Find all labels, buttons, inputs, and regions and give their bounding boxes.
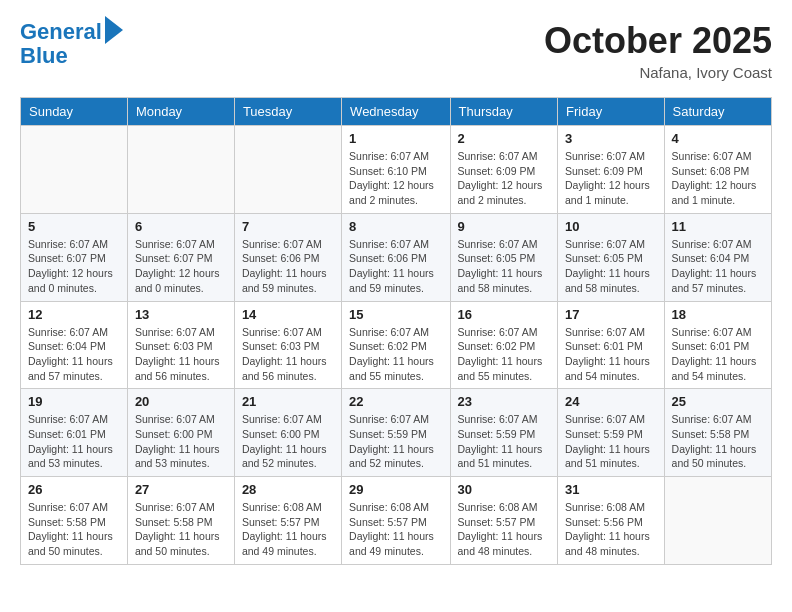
calendar-cell: 2Sunrise: 6:07 AMSunset: 6:09 PMDaylight…	[450, 126, 558, 214]
day-number: 3	[565, 131, 657, 146]
day-info: Sunrise: 6:07 AMSunset: 6:04 PMDaylight:…	[672, 237, 764, 296]
day-number: 18	[672, 307, 764, 322]
day-number: 29	[349, 482, 442, 497]
day-info: Sunrise: 6:07 AMSunset: 6:10 PMDaylight:…	[349, 149, 442, 208]
day-number: 14	[242, 307, 334, 322]
day-number: 1	[349, 131, 442, 146]
day-info: Sunrise: 6:07 AMSunset: 6:03 PMDaylight:…	[242, 325, 334, 384]
calendar-cell: 27Sunrise: 6:07 AMSunset: 5:58 PMDayligh…	[127, 477, 234, 565]
calendar-week-row: 19Sunrise: 6:07 AMSunset: 6:01 PMDayligh…	[21, 389, 772, 477]
logo-blue-text: Blue	[20, 44, 123, 68]
day-info: Sunrise: 6:07 AMSunset: 6:06 PMDaylight:…	[242, 237, 334, 296]
day-info: Sunrise: 6:08 AMSunset: 5:56 PMDaylight:…	[565, 500, 657, 559]
day-number: 13	[135, 307, 227, 322]
day-number: 2	[458, 131, 551, 146]
day-number: 30	[458, 482, 551, 497]
day-number: 12	[28, 307, 120, 322]
day-info: Sunrise: 6:07 AMSunset: 6:06 PMDaylight:…	[349, 237, 442, 296]
day-number: 20	[135, 394, 227, 409]
day-number: 24	[565, 394, 657, 409]
calendar-cell: 10Sunrise: 6:07 AMSunset: 6:05 PMDayligh…	[558, 213, 665, 301]
calendar-week-row: 26Sunrise: 6:07 AMSunset: 5:58 PMDayligh…	[21, 477, 772, 565]
day-number: 28	[242, 482, 334, 497]
day-number: 25	[672, 394, 764, 409]
calendar-cell	[234, 126, 341, 214]
calendar-cell: 12Sunrise: 6:07 AMSunset: 6:04 PMDayligh…	[21, 301, 128, 389]
calendar-cell: 29Sunrise: 6:08 AMSunset: 5:57 PMDayligh…	[342, 477, 450, 565]
calendar-cell: 28Sunrise: 6:08 AMSunset: 5:57 PMDayligh…	[234, 477, 341, 565]
calendar-cell: 4Sunrise: 6:07 AMSunset: 6:08 PMDaylight…	[664, 126, 771, 214]
day-info: Sunrise: 6:07 AMSunset: 6:05 PMDaylight:…	[565, 237, 657, 296]
calendar-cell: 17Sunrise: 6:07 AMSunset: 6:01 PMDayligh…	[558, 301, 665, 389]
day-number: 27	[135, 482, 227, 497]
weekday-header: Friday	[558, 98, 665, 126]
calendar-cell: 11Sunrise: 6:07 AMSunset: 6:04 PMDayligh…	[664, 213, 771, 301]
day-info: Sunrise: 6:07 AMSunset: 5:58 PMDaylight:…	[135, 500, 227, 559]
logo-arrow-icon	[105, 16, 123, 44]
calendar-week-row: 5Sunrise: 6:07 AMSunset: 6:07 PMDaylight…	[21, 213, 772, 301]
logo: General Blue	[20, 20, 123, 68]
day-info: Sunrise: 6:07 AMSunset: 6:08 PMDaylight:…	[672, 149, 764, 208]
day-info: Sunrise: 6:07 AMSunset: 6:00 PMDaylight:…	[242, 412, 334, 471]
day-number: 23	[458, 394, 551, 409]
day-number: 16	[458, 307, 551, 322]
calendar-cell: 22Sunrise: 6:07 AMSunset: 5:59 PMDayligh…	[342, 389, 450, 477]
day-info: Sunrise: 6:07 AMSunset: 6:00 PMDaylight:…	[135, 412, 227, 471]
day-info: Sunrise: 6:07 AMSunset: 6:01 PMDaylight:…	[672, 325, 764, 384]
weekday-header: Thursday	[450, 98, 558, 126]
weekday-header: Saturday	[664, 98, 771, 126]
title-area: October 2025 Nafana, Ivory Coast	[544, 20, 772, 81]
day-number: 19	[28, 394, 120, 409]
calendar-cell: 19Sunrise: 6:07 AMSunset: 6:01 PMDayligh…	[21, 389, 128, 477]
calendar-table: SundayMondayTuesdayWednesdayThursdayFrid…	[20, 97, 772, 565]
calendar-cell: 24Sunrise: 6:07 AMSunset: 5:59 PMDayligh…	[558, 389, 665, 477]
day-number: 21	[242, 394, 334, 409]
day-info: Sunrise: 6:07 AMSunset: 6:07 PMDaylight:…	[28, 237, 120, 296]
day-number: 6	[135, 219, 227, 234]
day-info: Sunrise: 6:07 AMSunset: 5:58 PMDaylight:…	[672, 412, 764, 471]
day-number: 9	[458, 219, 551, 234]
day-number: 10	[565, 219, 657, 234]
day-info: Sunrise: 6:07 AMSunset: 5:58 PMDaylight:…	[28, 500, 120, 559]
day-number: 4	[672, 131, 764, 146]
calendar-cell: 14Sunrise: 6:07 AMSunset: 6:03 PMDayligh…	[234, 301, 341, 389]
calendar-cell: 30Sunrise: 6:08 AMSunset: 5:57 PMDayligh…	[450, 477, 558, 565]
logo-text: General	[20, 20, 102, 44]
day-info: Sunrise: 6:07 AMSunset: 6:01 PMDaylight:…	[565, 325, 657, 384]
calendar-cell: 5Sunrise: 6:07 AMSunset: 6:07 PMDaylight…	[21, 213, 128, 301]
weekday-header: Tuesday	[234, 98, 341, 126]
calendar-header-row: SundayMondayTuesdayWednesdayThursdayFrid…	[21, 98, 772, 126]
day-info: Sunrise: 6:07 AMSunset: 6:02 PMDaylight:…	[458, 325, 551, 384]
day-info: Sunrise: 6:07 AMSunset: 5:59 PMDaylight:…	[458, 412, 551, 471]
calendar-cell: 31Sunrise: 6:08 AMSunset: 5:56 PMDayligh…	[558, 477, 665, 565]
calendar-cell: 25Sunrise: 6:07 AMSunset: 5:58 PMDayligh…	[664, 389, 771, 477]
day-number: 7	[242, 219, 334, 234]
calendar-cell: 15Sunrise: 6:07 AMSunset: 6:02 PMDayligh…	[342, 301, 450, 389]
calendar-cell	[127, 126, 234, 214]
calendar-cell: 26Sunrise: 6:07 AMSunset: 5:58 PMDayligh…	[21, 477, 128, 565]
day-info: Sunrise: 6:08 AMSunset: 5:57 PMDaylight:…	[458, 500, 551, 559]
calendar-week-row: 12Sunrise: 6:07 AMSunset: 6:04 PMDayligh…	[21, 301, 772, 389]
calendar-cell: 1Sunrise: 6:07 AMSunset: 6:10 PMDaylight…	[342, 126, 450, 214]
day-info: Sunrise: 6:07 AMSunset: 6:07 PMDaylight:…	[135, 237, 227, 296]
calendar-cell: 3Sunrise: 6:07 AMSunset: 6:09 PMDaylight…	[558, 126, 665, 214]
weekday-header: Wednesday	[342, 98, 450, 126]
location-subtitle: Nafana, Ivory Coast	[544, 64, 772, 81]
day-number: 11	[672, 219, 764, 234]
page-header: General Blue October 2025 Nafana, Ivory …	[20, 20, 772, 81]
day-info: Sunrise: 6:07 AMSunset: 6:09 PMDaylight:…	[565, 149, 657, 208]
day-info: Sunrise: 6:07 AMSunset: 5:59 PMDaylight:…	[349, 412, 442, 471]
calendar-cell: 13Sunrise: 6:07 AMSunset: 6:03 PMDayligh…	[127, 301, 234, 389]
day-info: Sunrise: 6:08 AMSunset: 5:57 PMDaylight:…	[242, 500, 334, 559]
day-number: 26	[28, 482, 120, 497]
calendar-cell: 20Sunrise: 6:07 AMSunset: 6:00 PMDayligh…	[127, 389, 234, 477]
calendar-week-row: 1Sunrise: 6:07 AMSunset: 6:10 PMDaylight…	[21, 126, 772, 214]
day-number: 17	[565, 307, 657, 322]
calendar-cell: 16Sunrise: 6:07 AMSunset: 6:02 PMDayligh…	[450, 301, 558, 389]
calendar-cell: 9Sunrise: 6:07 AMSunset: 6:05 PMDaylight…	[450, 213, 558, 301]
day-info: Sunrise: 6:07 AMSunset: 6:05 PMDaylight:…	[458, 237, 551, 296]
day-info: Sunrise: 6:07 AMSunset: 6:09 PMDaylight:…	[458, 149, 551, 208]
calendar-cell	[664, 477, 771, 565]
calendar-cell: 8Sunrise: 6:07 AMSunset: 6:06 PMDaylight…	[342, 213, 450, 301]
day-number: 31	[565, 482, 657, 497]
